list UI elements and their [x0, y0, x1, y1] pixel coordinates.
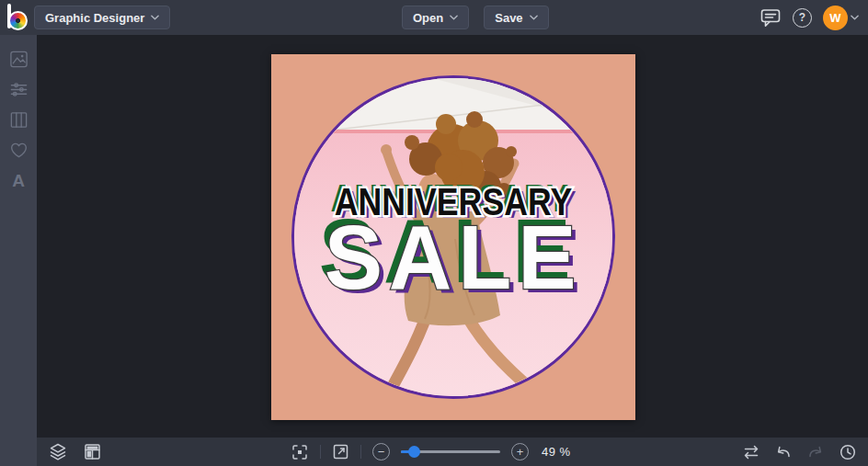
bottom-left-tools	[49, 442, 101, 461]
open-label: Open	[413, 11, 443, 25]
help-button[interactable]: ?	[793, 8, 812, 28]
adjust-sliders-icon	[9, 80, 29, 99]
divider	[360, 445, 361, 459]
undo-button[interactable]	[774, 443, 793, 460]
plus-icon: +	[517, 445, 524, 459]
history-controls	[742, 443, 857, 461]
zoom-slider[interactable]	[401, 443, 500, 460]
zoom-in-button[interactable]: +	[511, 443, 529, 460]
mode-select-button[interactable]: Graphic Designer	[34, 6, 170, 29]
sidebar-item-layouts[interactable]	[7, 108, 29, 131]
canvas-workspace[interactable]: ANNIVERSARY ANNIVERSARY SALE SALE	[37, 35, 868, 438]
history-button[interactable]	[839, 443, 857, 461]
redo-icon	[806, 443, 825, 460]
bottom-toolbar: − + 49 %	[37, 438, 868, 466]
image-icon	[9, 50, 29, 69]
feedback-button[interactable]	[760, 7, 782, 28]
chevron-down-icon	[530, 15, 538, 20]
sidebar-item-favorites[interactable]	[7, 139, 29, 161]
logo-color-wheel	[8, 11, 28, 30]
redo-button[interactable]	[806, 443, 825, 460]
history-clock-icon	[839, 443, 857, 461]
compare-icon	[742, 443, 760, 461]
layers-icon	[49, 442, 67, 461]
canvas-manager-button[interactable]	[84, 443, 101, 460]
preview-icon	[332, 443, 349, 460]
headline-sale-text: SALE	[277, 212, 630, 302]
zoom-out-button[interactable]: −	[372, 443, 390, 460]
fit-screen-icon	[291, 443, 309, 461]
undo-icon	[774, 443, 793, 460]
save-button[interactable]: Save	[484, 6, 548, 29]
open-button[interactable]: Open	[402, 6, 469, 29]
zoom-percent: 49 %	[542, 445, 571, 459]
chevron-down-icon	[450, 15, 458, 20]
sidebar-item-text[interactable]: A	[7, 169, 29, 191]
canvas-manager-icon	[84, 443, 101, 460]
preview-button[interactable]	[332, 443, 349, 460]
avatar-chevron-icon	[851, 15, 859, 20]
sidebar-item-image-manager[interactable]	[7, 48, 29, 70]
avatar-initial: W	[829, 11, 840, 25]
fit-screen-button[interactable]	[291, 443, 309, 461]
feedback-chat-icon	[760, 7, 782, 28]
compare-button[interactable]	[742, 443, 760, 461]
zoom-slider-handle[interactable]	[408, 446, 420, 458]
zoom-controls: − + 49 %	[291, 438, 571, 466]
account-menu[interactable]: W	[823, 6, 859, 30]
heart-icon	[9, 141, 29, 160]
help-icon: ?	[793, 8, 812, 28]
design-artboard[interactable]: ANNIVERSARY ANNIVERSARY SALE SALE	[271, 54, 635, 420]
chevron-down-icon	[151, 15, 159, 20]
file-actions: Open Save	[402, 6, 549, 29]
save-label: Save	[495, 11, 522, 25]
tool-sidebar: A	[0, 35, 37, 466]
letter-a-icon: A	[12, 172, 25, 189]
minus-icon: −	[378, 445, 385, 459]
divider	[320, 445, 321, 459]
columns-icon	[9, 110, 29, 130]
user-avatar: W	[823, 6, 848, 30]
layers-button[interactable]	[49, 442, 67, 461]
mode-select-label: Graphic Designer	[45, 11, 144, 25]
befunky-logo[interactable]	[7, 4, 32, 31]
top-bar: Graphic Designer Open Save ?	[0, 0, 868, 35]
top-right-controls: ? W	[760, 0, 859, 35]
sidebar-item-edit[interactable]	[7, 78, 29, 100]
headline-sale[interactable]: SALE SALE	[277, 212, 630, 302]
help-glyph: ?	[799, 11, 805, 24]
